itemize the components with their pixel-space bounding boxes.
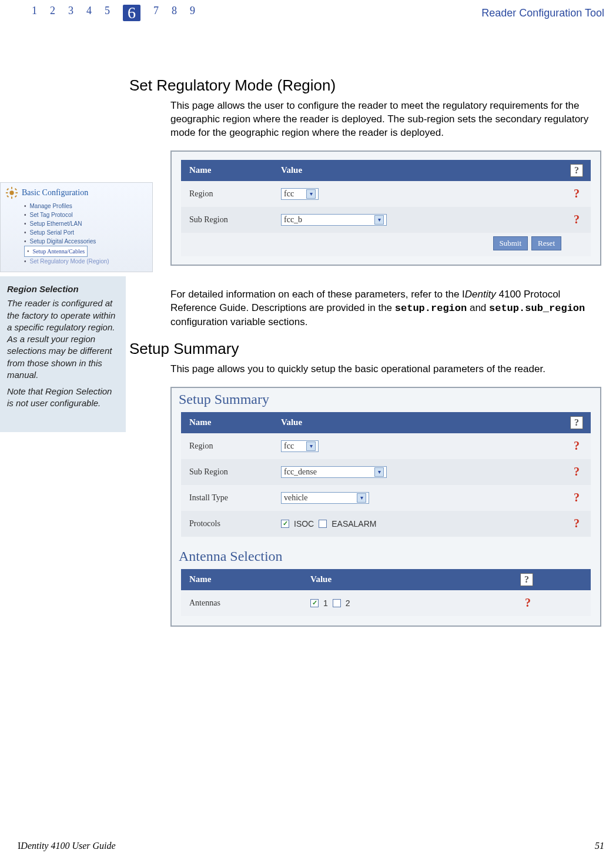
- paragraph-3: This page allows you to quickly setup th…: [170, 363, 601, 376]
- chapter-5[interactable]: 5: [105, 5, 110, 21]
- panel-regulatory: Name Value ? Region fcc ▾ ? Sub Region: [170, 150, 601, 266]
- basic-config-title: Basic Configuration: [22, 188, 88, 198]
- help-icon[interactable]: ?: [563, 187, 591, 200]
- checkbox-isoc[interactable]: [281, 520, 289, 528]
- paragraph-1: This page allows the user to configure t…: [170, 99, 601, 140]
- chapter-7[interactable]: 7: [153, 5, 159, 21]
- checkbox-antenna-2[interactable]: [333, 599, 341, 607]
- help-icon[interactable]: ?: [563, 491, 591, 504]
- antennas-label: Antennas: [181, 598, 310, 608]
- chevron-down-icon: ▾: [306, 441, 316, 451]
- chapter-1[interactable]: 1: [32, 5, 37, 21]
- heading-setup-summary: Setup Summary: [129, 340, 604, 358]
- svg-rect-6: [15, 195, 17, 198]
- chapter-3[interactable]: 3: [68, 5, 73, 21]
- help-all-icon[interactable]: ?: [520, 573, 533, 586]
- regulatory-region-label: Region: [181, 189, 281, 199]
- summary-region-label: Region: [181, 441, 281, 451]
- bc-item-manage-profiles[interactable]: Manage Profiles: [24, 202, 148, 210]
- subregion-select-value: fcc_b: [284, 215, 302, 225]
- bc-item-set-regulatory[interactable]: Set Regulatory Mode (Region): [24, 257, 148, 266]
- reset-button[interactable]: Reset: [531, 236, 561, 250]
- antenna-selection-title: Antenna Selection: [172, 545, 600, 569]
- note-paragraph-1: The reader is configured at the factory …: [7, 297, 119, 381]
- svg-rect-2: [11, 196, 12, 199]
- summary-subregion-select[interactable]: fcc_dense▾: [281, 466, 387, 478]
- antenna-th-value: Value: [310, 574, 520, 584]
- chapter-nav: 1 2 3 4 5 6 7 8 9: [32, 5, 195, 21]
- svg-rect-5: [6, 188, 9, 190]
- regulatory-subregion-label: Sub Region: [181, 215, 281, 225]
- antenna-th-name: Name: [181, 574, 310, 584]
- bc-item-setup-digital[interactable]: Setup Digital Accessories: [24, 237, 148, 246]
- summary-region-select[interactable]: fcc▾: [281, 440, 319, 452]
- label-antenna-2: 2: [346, 598, 350, 608]
- chevron-down-icon: ▾: [374, 215, 384, 225]
- bc-item-setup-antenna[interactable]: Setup Antenna/Cables: [24, 246, 88, 257]
- summary-installtype-select[interactable]: vehicle▾: [281, 492, 369, 504]
- chapter-6-current: 6: [123, 5, 140, 21]
- svg-rect-4: [15, 192, 18, 193]
- chapter-4[interactable]: 4: [86, 5, 92, 21]
- svg-point-0: [9, 190, 14, 195]
- chevron-down-icon: ▾: [306, 189, 316, 199]
- region-select-value: fcc: [284, 189, 294, 199]
- regulatory-th-value: Value: [281, 165, 563, 175]
- help-icon[interactable]: ?: [563, 465, 591, 479]
- summary-subregion-value: fcc_dense: [284, 467, 317, 477]
- summary-th-value: Value: [281, 417, 563, 427]
- note-paragraph-2: Note that Region Selection is not user c…: [7, 386, 119, 410]
- chevron-down-icon: ▾: [357, 493, 366, 503]
- chapter-2[interactable]: 2: [50, 5, 55, 21]
- footer-page-number: 51: [595, 841, 604, 851]
- panel-setup-summary: Setup Summary Name Value ? Region fcc▾ ?…: [170, 387, 601, 627]
- chapter-8[interactable]: 8: [172, 5, 177, 21]
- subregion-select[interactable]: fcc_b ▾: [281, 214, 387, 226]
- heading-set-regulatory-mode: Set Regulatory Mode (Region): [129, 76, 604, 95]
- summary-protocols-label: Protocols: [181, 519, 281, 528]
- chevron-down-icon: ▾: [374, 467, 384, 477]
- note-title: Region Selection: [7, 283, 119, 295]
- summary-subregion-label: Sub Region: [181, 467, 281, 477]
- summary-region-value: fcc: [284, 441, 294, 451]
- summary-installtype-label: Install Type: [181, 493, 281, 503]
- svg-rect-3: [6, 192, 8, 193]
- bc-item-set-tag-protocol[interactable]: Set Tag Protocol: [24, 210, 148, 219]
- summary-th-name: Name: [181, 417, 281, 427]
- note-region-selection: Region Selection The reader is configure…: [0, 276, 126, 432]
- help-icon[interactable]: ?: [563, 517, 591, 530]
- help-icon[interactable]: ?: [563, 213, 591, 226]
- help-icon[interactable]: ?: [563, 439, 591, 453]
- summary-installtype-value: vehicle: [284, 493, 307, 503]
- header-title: Reader Configuration Tool: [481, 7, 604, 19]
- help-all-icon[interactable]: ?: [570, 416, 583, 429]
- label-isoc: ISOC: [294, 519, 314, 528]
- svg-rect-8: [15, 188, 17, 190]
- footer-guide: IDentity 4100 User Guide: [18, 841, 116, 851]
- label-easalarm: EASALARM: [332, 519, 376, 528]
- region-select[interactable]: fcc ▾: [281, 188, 319, 200]
- paragraph-reference: For detailed information on each of thes…: [170, 288, 601, 329]
- checkbox-easalarm[interactable]: [319, 520, 327, 528]
- submit-button[interactable]: Submit: [493, 236, 528, 250]
- label-antenna-1: 1: [323, 598, 328, 608]
- basic-config-panel: Basic Configuration Manage Profiles Set …: [0, 182, 153, 272]
- gear-icon: [5, 186, 18, 199]
- svg-rect-1: [11, 187, 12, 189]
- chapter-9[interactable]: 9: [190, 5, 195, 21]
- bc-item-setup-ethernet[interactable]: Setup Ethernet/LAN: [24, 219, 148, 228]
- setup-summary-title: Setup Summary: [172, 388, 600, 412]
- regulatory-th-name: Name: [181, 165, 281, 175]
- bc-item-setup-serial[interactable]: Setup Serial Port: [24, 228, 148, 237]
- svg-rect-7: [6, 195, 9, 198]
- help-icon[interactable]: ?: [520, 596, 591, 610]
- checkbox-antenna-1[interactable]: [310, 599, 319, 607]
- help-all-icon[interactable]: ?: [570, 164, 583, 177]
